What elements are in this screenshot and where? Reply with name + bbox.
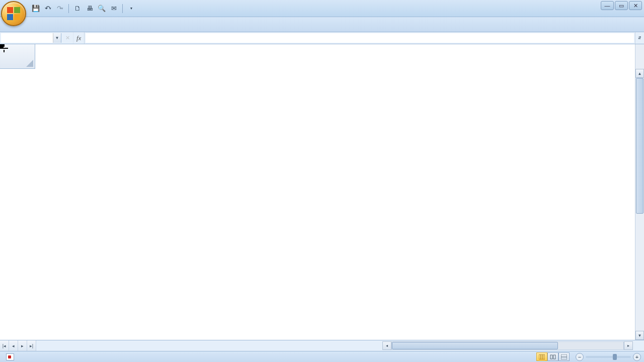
sheet-nav-last-icon[interactable]: ▸| [27,340,36,351]
sheet-nav-first-icon[interactable]: |◂ [0,340,9,351]
undo-icon[interactable]: ↶▾ [43,4,52,13]
svg-rect-3 [550,355,552,359]
zoom-slider[interactable] [586,356,631,358]
ribbon-tabs [0,17,644,32]
save-icon[interactable]: 💾 [31,4,40,13]
hscroll-left-icon[interactable]: ◂ [382,341,391,350]
vertical-scrollbar[interactable]: ▲ ▼ [635,44,644,340]
fx-icon[interactable]: fx [73,32,85,44]
worksheet-grid[interactable]: ▲ ▼ [0,44,644,340]
formula-bar-expand-icon[interactable]: ⇵ [635,32,644,44]
hscroll-right-icon[interactable]: ▸ [624,341,633,350]
sheet-nav-prev-icon[interactable]: ◂ [9,340,18,351]
qat-customize-icon[interactable]: ▾ [127,4,136,13]
zoom-in-button[interactable]: + [633,353,641,361]
title-bar: 💾 ↶▾ ↷▾ 🗋 🖶 🔍 ✉ ▾ — ▭ ✕ [0,0,644,17]
view-page-layout-button[interactable] [547,352,558,361]
office-button[interactable] [1,1,31,29]
sheet-nav-next-icon[interactable]: ▸ [18,340,27,351]
sheet-tab-bar: |◂ ◂ ▸ ▸| ◂ ▸ [0,340,644,351]
new-icon[interactable]: 🗋 [73,4,82,13]
svg-rect-4 [553,355,555,359]
view-page-break-button[interactable] [558,352,570,361]
view-normal-button[interactable] [536,352,547,361]
formula-bar: ▼ ✕ fx ⇵ [0,32,644,44]
hscroll-thumb[interactable] [392,342,558,349]
status-bar: − + [0,351,644,362]
maximize-button[interactable]: ▭ [615,1,628,10]
quick-access-toolbar: 💾 ↶▾ ↷▾ 🗋 🖶 🔍 ✉ ▾ [31,0,136,17]
name-box-dropdown-icon[interactable]: ▼ [53,33,61,43]
print-icon[interactable]: 🖶 [85,4,94,13]
close-button[interactable]: ✕ [629,1,642,10]
minimize-button[interactable]: — [601,1,614,10]
zoom-control: − + [574,353,641,361]
vscroll-thumb[interactable] [636,78,643,214]
formula-input[interactable] [86,33,634,43]
macro-record-icon[interactable] [6,353,14,360]
print-preview-icon[interactable]: 🔍 [97,4,106,13]
redo-icon[interactable]: ↷▾ [55,4,64,13]
horizontal-scrollbar[interactable]: ◂ ▸ [382,341,633,350]
select-all-corner[interactable] [0,44,35,69]
email-icon[interactable]: ✉ [109,4,118,13]
name-box[interactable]: ▼ [1,33,61,43]
zoom-out-button[interactable]: − [576,353,584,361]
cancel-formula-icon: ✕ [62,32,73,44]
scroll-down-icon[interactable]: ▼ [635,331,644,340]
svg-rect-0 [539,354,545,359]
